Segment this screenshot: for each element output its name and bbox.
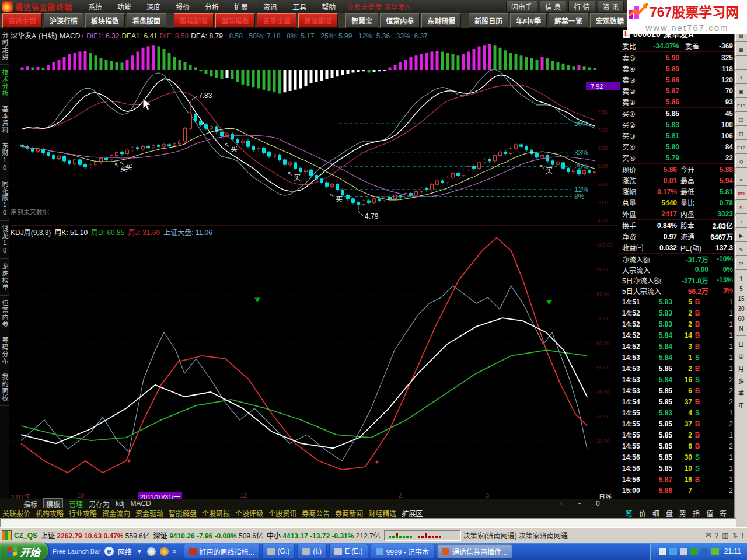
bottom-link[interactable]: 机构攻略 bbox=[36, 508, 64, 518]
zoom-control[interactable]: + bbox=[559, 499, 563, 508]
sidebar-item[interactable]: 筹码分布 bbox=[0, 332, 9, 369]
menu-item-资讯[interactable]: 资讯 bbox=[256, 2, 285, 12]
tick-view-tab[interactable]: 价 bbox=[639, 508, 646, 518]
sidebar-item[interactable]: 技术分析 bbox=[0, 65, 9, 102]
tick-row[interactable]: 14:535.841S1 bbox=[620, 352, 735, 363]
tick-row[interactable]: 14:525.843B1 bbox=[620, 341, 735, 352]
wave-indicator-icon[interactable]: ≈ bbox=[735, 174, 747, 186]
help-icon[interactable]: ? bbox=[715, 531, 719, 540]
top-button[interactable]: 信 息 bbox=[540, 1, 566, 13]
period-button-30[interactable]: 30 bbox=[735, 304, 747, 314]
toolbar-button[interactable]: 智慧宝 bbox=[345, 13, 378, 28]
bottom-link[interactable]: 券商新闻 bbox=[335, 508, 363, 518]
indicator-tab[interactable]: kdj bbox=[116, 499, 124, 508]
tick-row[interactable]: 14:535.852B1 bbox=[620, 363, 735, 374]
tick-row[interactable]: 14:515.835B1 bbox=[620, 296, 735, 307]
bid-row[interactable]: 买③5.81106 bbox=[620, 130, 735, 141]
broker-code[interactable]: CZ_QS bbox=[14, 531, 37, 540]
bottom-link[interactable]: 个股资讯 bbox=[268, 508, 296, 518]
bottom-link[interactable]: 财经精选 bbox=[368, 508, 396, 518]
top-button[interactable]: 资 讯 bbox=[598, 1, 624, 13]
tick-view-tab[interactable]: 指 bbox=[693, 508, 700, 518]
bottom-link[interactable]: 智能解盘 bbox=[169, 508, 197, 518]
tick-row[interactable]: 14:565.8510S1 bbox=[620, 463, 735, 474]
tick-row[interactable]: 14:555.856B2 bbox=[620, 440, 735, 452]
toolbar-button[interactable]: 年/中/季 bbox=[510, 13, 547, 28]
taskbar-window-button[interactable]: (I:) bbox=[297, 544, 327, 559]
toolbar-button[interactable]: 资讯主页 bbox=[2, 13, 42, 28]
quote-table-icon[interactable]: ▦ bbox=[735, 44, 747, 56]
kline-chart-icon[interactable]: ‖ bbox=[735, 72, 747, 84]
f12-trade-icon[interactable]: F12 bbox=[735, 142, 747, 154]
ime-tray-icon[interactable] bbox=[669, 548, 677, 555]
menu-item-分析[interactable]: 分析 bbox=[197, 2, 226, 12]
exit-icon[interactable]: ▶ bbox=[735, 230, 747, 242]
menu-item-系统[interactable]: 系统 bbox=[81, 2, 110, 12]
sidebar-item[interactable]: 东财10 bbox=[0, 138, 9, 176]
keyboard-tray-icon[interactable] bbox=[659, 548, 666, 555]
tick-row[interactable]: 15:005.8672 bbox=[620, 485, 735, 496]
move-icon[interactable]: + bbox=[735, 216, 747, 228]
tick-row[interactable]: 14:565.8530S1 bbox=[620, 452, 735, 463]
extended-zone-label[interactable]: 扩展区 bbox=[402, 508, 423, 518]
sidebar-item[interactable]: 同花顺10 bbox=[0, 176, 9, 221]
toolbar-button[interactable]: 板块指数 bbox=[85, 13, 125, 28]
ie-icon[interactable]: e bbox=[104, 547, 114, 556]
menu-item-帮助[interactable]: 帮助 bbox=[314, 2, 343, 12]
taskbar-window-button[interactable]: (G:) bbox=[262, 544, 295, 559]
tick-row[interactable]: 14:525.832B1 bbox=[620, 307, 735, 318]
sidebar-item[interactable]: 分时走势 bbox=[0, 28, 9, 65]
tick-view-tab[interactable]: 筹 bbox=[720, 508, 727, 518]
sidebar-item[interactable]: 基本资料 bbox=[0, 102, 9, 138]
period-button-15[interactable]: 15 bbox=[735, 294, 747, 304]
sidebar-item[interactable]: 我的面板 bbox=[0, 369, 9, 406]
period-button-N[interactable]: N bbox=[735, 324, 747, 334]
broker-name[interactable]: 决策家(济南网通) 决策家济南网通 bbox=[463, 530, 568, 540]
index-summary[interactable]: 上证 2262.79 10.63 0.47% 559.6亿深证 9410.26 … bbox=[41, 530, 384, 540]
money-icon[interactable]: S bbox=[735, 202, 747, 214]
network-tray-icon[interactable] bbox=[701, 548, 708, 555]
ask-row[interactable]: 卖②5.8770 bbox=[620, 85, 735, 96]
candlestick-chart[interactable]: 7.507.006.506.005.505.004.5050%33%25%12%… bbox=[9, 40, 620, 225]
toolbar-button[interactable]: 国际指数 bbox=[215, 13, 255, 28]
tick-view-tab[interactable]: 笔 bbox=[626, 508, 633, 518]
launcher-icon-1[interactable] bbox=[147, 547, 156, 556]
ask-row[interactable]: 卖⑤5.90325 bbox=[620, 52, 735, 63]
cycle-button-日[interactable]: 日 bbox=[735, 338, 747, 350]
mail-icon[interactable]: ✉ bbox=[706, 531, 711, 540]
ask-row[interactable]: 卖①5.8693 bbox=[620, 96, 735, 107]
tick-row[interactable]: 14:545.8537B2 bbox=[620, 396, 735, 407]
cycle-button-周[interactable]: 周 bbox=[735, 350, 747, 362]
taskbar-window-button[interactable]: 9999 - 记事本 bbox=[371, 544, 434, 559]
message-strip[interactable] bbox=[0, 518, 736, 527]
tick-row[interactable]: 14:535.8416S2 bbox=[620, 374, 735, 385]
signal-icon[interactable]: ▥ bbox=[722, 531, 728, 540]
indicator-tab[interactable]: 指标 bbox=[23, 499, 37, 509]
tick-row[interactable]: 14:555.834S1 bbox=[620, 407, 735, 418]
updown-icon[interactable]: ⇅ bbox=[732, 531, 738, 540]
tick-view-tab[interactable]: 细 bbox=[652, 508, 659, 518]
bottom-link[interactable]: 个股研报 bbox=[202, 508, 230, 518]
bottom-link[interactable]: 资金流向 bbox=[102, 508, 130, 518]
network-menu[interactable]: 网络 bbox=[118, 547, 132, 556]
kdj-indicator-chart[interactable]: 100.0090.0080.0070.0060.0050.0040.0030.0… bbox=[9, 236, 620, 491]
trend-chart-icon[interactable]: ~ bbox=[735, 58, 747, 70]
bid-row[interactable]: 买⑤5.7922 bbox=[620, 152, 735, 163]
period-button-5[interactable]: 5 bbox=[735, 284, 747, 294]
toolbar-button[interactable]: 新股日历 bbox=[469, 13, 508, 28]
toolbar-button[interactable]: 解禁一览 bbox=[549, 13, 588, 28]
indicator-tab[interactable]: 另存为 bbox=[89, 499, 110, 509]
period-button-60[interactable]: 60 bbox=[735, 314, 747, 324]
ask-row[interactable]: 卖③5.88120 bbox=[620, 74, 735, 85]
free-launch-bar-label[interactable]: Free Launch Bar bbox=[53, 548, 100, 555]
bid-row[interactable]: 买①5.8545 bbox=[620, 108, 735, 119]
toolbar-button[interactable]: 股指期货 bbox=[174, 13, 214, 28]
indicator-tab[interactable]: 管理 bbox=[69, 499, 83, 509]
tick-row[interactable]: 14:525.832B1 bbox=[620, 318, 735, 330]
multi-panel-icon[interactable]: ▣ bbox=[735, 86, 747, 98]
recycle-tray-icon[interactable] bbox=[690, 548, 698, 555]
f5-refresh-label[interactable]: F5 bbox=[735, 258, 747, 270]
bottom-link[interactable]: 关联报价 bbox=[2, 508, 30, 518]
toolbar-button[interactable]: 沪深行情 bbox=[44, 13, 83, 28]
bottom-link[interactable]: 行业攻略 bbox=[69, 508, 97, 518]
